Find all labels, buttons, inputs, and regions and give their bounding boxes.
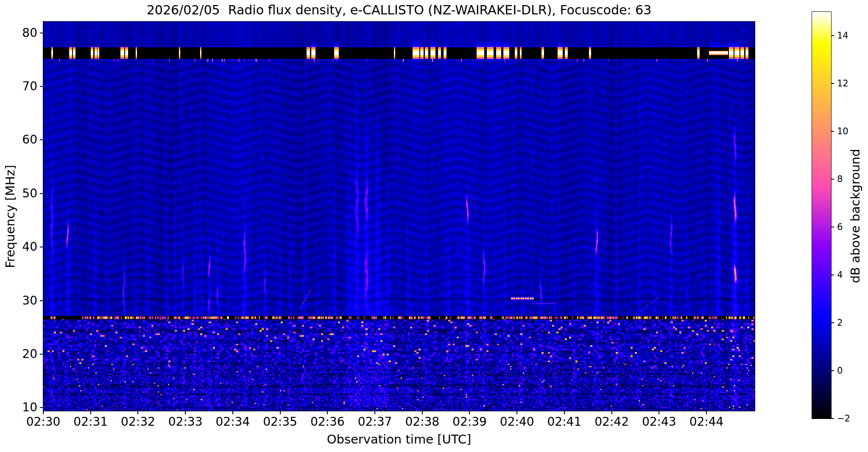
tick-mark	[40, 193, 43, 194]
tick-mark	[40, 139, 43, 140]
y-tick-label: 20	[0, 348, 37, 360]
tick-mark	[831, 35, 834, 36]
x-tick-label: 02:40	[491, 416, 542, 428]
colorbar	[812, 12, 831, 419]
tick-mark	[831, 179, 834, 180]
tick-mark	[469, 411, 470, 414]
x-tick-label: 02:37	[349, 416, 400, 428]
tick-mark	[831, 83, 834, 84]
tick-mark	[90, 411, 91, 414]
tick-mark	[831, 131, 834, 132]
x-tick-label: 02:39	[444, 416, 495, 428]
tick-mark	[40, 247, 43, 247]
y-axis-label: Frequency [MHz]	[3, 94, 17, 339]
tick-mark	[831, 227, 834, 227]
x-tick-label: 02:35	[255, 416, 306, 428]
tick-mark	[232, 411, 233, 414]
x-tick-label: 02:30	[18, 416, 69, 428]
tick-mark	[43, 411, 44, 414]
tick-mark	[611, 411, 612, 414]
tick-mark	[831, 322, 834, 323]
x-tick-label: 02:38	[397, 416, 448, 428]
x-tick-label: 02:31	[65, 416, 116, 428]
colorbar-tick-label: 14	[837, 31, 862, 40]
tick-mark	[706, 411, 707, 414]
y-tick-label: 10	[0, 401, 37, 414]
tick-mark	[40, 33, 43, 33]
tick-mark	[280, 411, 281, 414]
tick-mark	[40, 300, 43, 301]
colorbar-tick-label: 12	[837, 79, 862, 88]
tick-mark	[516, 411, 517, 414]
spectrogram-figure: 2026/02/05 Radio flux density, e-CALLIST…	[0, 0, 868, 452]
x-tick-label: 02:44	[681, 416, 732, 428]
x-tick-label: 02:33	[160, 416, 211, 428]
tick-mark	[40, 407, 43, 408]
y-tick-label: 70	[0, 80, 37, 93]
tick-mark	[831, 370, 834, 371]
tick-mark	[40, 354, 43, 355]
spectrogram-heatmap	[43, 22, 755, 411]
tick-mark	[831, 418, 834, 419]
x-tick-label: 02:42	[586, 416, 637, 428]
tick-mark	[374, 411, 375, 414]
colorbar-tick-label: 0	[837, 366, 862, 375]
colorbar-tick-label: −2	[837, 414, 862, 423]
tick-mark	[327, 411, 328, 414]
y-tick-label: 80	[0, 27, 37, 39]
x-axis-label: Observation time [UTC]	[43, 432, 755, 446]
tick-mark	[40, 86, 43, 87]
tick-mark	[831, 275, 834, 275]
x-tick-label: 02:32	[112, 416, 163, 428]
tick-mark	[564, 411, 565, 414]
tick-mark	[422, 411, 423, 414]
x-tick-label: 02:36	[302, 416, 353, 428]
x-tick-label: 02:41	[539, 416, 590, 428]
chart-title: 2026/02/05 Radio flux density, e-CALLIST…	[43, 3, 755, 17]
x-tick-label: 02:43	[634, 416, 684, 428]
x-tick-label: 02:34	[207, 416, 258, 428]
colorbar-label: dB above background	[848, 89, 862, 343]
tick-mark	[137, 411, 138, 414]
tick-mark	[659, 411, 659, 414]
tick-mark	[185, 411, 186, 414]
